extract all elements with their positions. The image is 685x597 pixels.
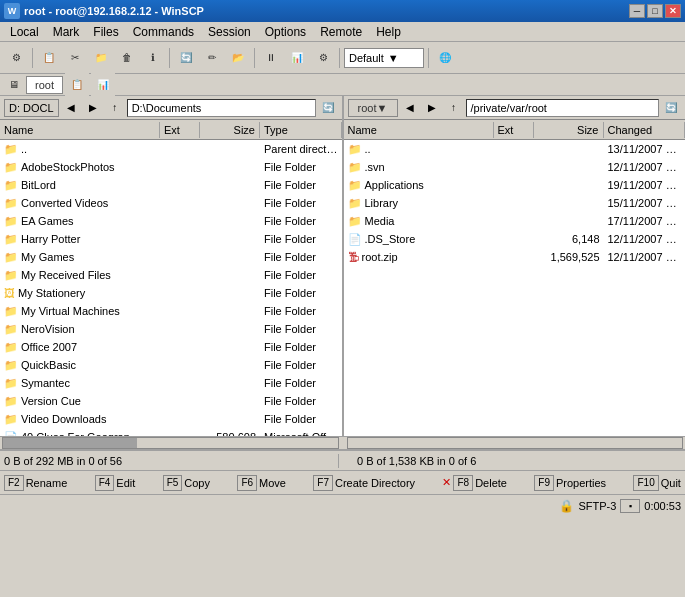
shortcut-edit[interactable]: F4 Edit xyxy=(95,475,136,491)
f6-key: F6 xyxy=(237,475,257,491)
tb-move-btn[interactable]: ✂ xyxy=(63,46,87,70)
rename-label: Rename xyxy=(26,477,68,489)
lock-icon: 🔒 xyxy=(559,499,574,513)
remote-col-ext[interactable]: Ext xyxy=(494,122,534,138)
menu-local[interactable]: Local xyxy=(4,23,45,41)
remote-path-input[interactable]: /private/var/root xyxy=(466,99,660,117)
list-item[interactable]: 📁 BitLord File Folder xyxy=(0,176,342,194)
list-item-received-files[interactable]: 📁 My Received Files File Folder xyxy=(0,266,342,284)
list-item[interactable]: 📁 Version Cue File Folder xyxy=(0,392,342,410)
list-item[interactable]: 📁 NeroVision File Folder xyxy=(0,320,342,338)
list-item[interactable]: 📄 40 Clues For Geograp... 580,608 Micros… xyxy=(0,428,342,436)
title-bar: W root - root@192.168.2.12 - WinSCP ─ □ … xyxy=(0,0,685,22)
list-item[interactable]: 📁 EA Games File Folder xyxy=(0,212,342,230)
menu-remote[interactable]: Remote xyxy=(314,23,368,41)
file-icon: 📄 xyxy=(348,233,362,246)
close-button[interactable]: ✕ xyxy=(665,4,681,18)
session-btn2[interactable]: 📋 xyxy=(65,73,89,97)
new-session-btn[interactable]: 🖥 xyxy=(4,76,24,94)
local-file-list[interactable]: 📁 .. Parent directory 📁 AdobeStockPhotos… xyxy=(0,140,342,436)
shortcut-quit[interactable]: F10 Quit xyxy=(633,475,680,491)
tb-log-btn[interactable]: 📊 xyxy=(285,46,309,70)
menu-session[interactable]: Session xyxy=(202,23,257,41)
list-item[interactable]: 📁 Library 15/11/2007 3:3... xyxy=(344,194,686,212)
local-nav-fwd[interactable]: ▶ xyxy=(83,99,103,117)
maximize-button[interactable]: □ xyxy=(647,4,663,18)
local-drive-label[interactable]: D: DOCL xyxy=(4,99,59,117)
shortcut-rename[interactable]: F2 Rename xyxy=(4,475,67,491)
list-item-stationery[interactable]: 🖼 My Stationery File Folder xyxy=(0,284,342,302)
local-col-size[interactable]: Size xyxy=(200,122,260,138)
list-item[interactable]: 📁 Media 17/11/2007 4:0... xyxy=(344,212,686,230)
tb-sync-btn[interactable]: ⚙ xyxy=(4,46,28,70)
list-item[interactable]: 📁 Video Downloads File Folder xyxy=(0,410,342,428)
tb-refresh-btn[interactable]: 🔄 xyxy=(174,46,198,70)
remote-row-parent[interactable]: 📁 .. 13/11/2007 7:3... xyxy=(344,140,686,158)
list-item[interactable]: 📁 Symantec File Folder xyxy=(0,374,342,392)
main-toolbar: ⚙ 📋 ✂ 📁 🗑 ℹ 🔄 ✏ 📂 ⏸ 📊 ⚙ Default ▼ 🌐 xyxy=(0,42,685,74)
list-item[interactable]: 📁 AdobeStockPhotos File Folder xyxy=(0,158,342,176)
connection-bar: 🔒 SFTP-3 ▪ 0:00:53 xyxy=(0,494,685,516)
session-tab[interactable]: root xyxy=(26,76,63,94)
remote-drive-btn[interactable]: root ▼ xyxy=(348,99,398,117)
list-item[interactable]: 📁 QuickBasic File Folder xyxy=(0,356,342,374)
local-nav-up[interactable]: ↑ xyxy=(105,99,125,117)
theme-dropdown[interactable]: Default ▼ xyxy=(344,48,424,68)
local-nav-back[interactable]: ◀ xyxy=(61,99,81,117)
shortcut-move[interactable]: F6 Move xyxy=(237,475,286,491)
tb-queue-btn[interactable]: ⏸ xyxy=(259,46,283,70)
list-item[interactable]: 📁 Harry Potter File Folder xyxy=(0,230,342,248)
menu-commands[interactable]: Commands xyxy=(127,23,200,41)
remote-col-size[interactable]: Size xyxy=(534,122,604,138)
tb-mkdir-btn[interactable]: 📁 xyxy=(89,46,113,70)
shortcut-delete[interactable]: ✕ F8 Delete xyxy=(442,475,506,491)
tb-props-btn[interactable]: ℹ xyxy=(141,46,165,70)
local-col-name[interactable]: Name xyxy=(0,122,160,138)
list-item[interactable]: 📁 Converted Videos File Folder xyxy=(0,194,342,212)
list-item-office[interactable]: 📁 Office 2007 File Folder xyxy=(0,338,342,356)
local-status: 0 B of 292 MB in 0 of 56 xyxy=(4,455,328,467)
menu-mark[interactable]: Mark xyxy=(47,23,86,41)
status-bar: 0 B of 292 MB in 0 of 56 0 B of 1,538 KB… xyxy=(0,450,685,470)
list-item[interactable]: 📁 .svn 12/11/2007 10:... xyxy=(344,158,686,176)
remote-column-header: Name Ext Size Changed xyxy=(344,120,686,140)
menu-options[interactable]: Options xyxy=(259,23,312,41)
copy-label: Copy xyxy=(184,477,210,489)
remote-refresh[interactable]: 🔄 xyxy=(661,99,681,117)
remote-col-name[interactable]: Name xyxy=(344,122,494,138)
toolbar-separator-1 xyxy=(32,48,33,68)
tb-copy-btn[interactable]: 📋 xyxy=(37,46,61,70)
tb-delete-btn[interactable]: 🗑 xyxy=(115,46,139,70)
minimize-button[interactable]: ─ xyxy=(629,4,645,18)
tb-edit-btn[interactable]: ✏ xyxy=(200,46,224,70)
list-item[interactable]: 📁 My Virtual Machines File Folder xyxy=(0,302,342,320)
local-refresh[interactable]: 🔄 xyxy=(318,99,338,117)
remote-col-changed[interactable]: Changed xyxy=(604,122,686,138)
session-btn3[interactable]: 📊 xyxy=(91,73,115,97)
shortcut-copy[interactable]: F5 Copy xyxy=(163,475,210,491)
toolbar-separator-3 xyxy=(254,48,255,68)
local-col-ext[interactable]: Ext xyxy=(160,122,200,138)
folder-icon: 📁 xyxy=(4,161,18,174)
tb-connect-btn[interactable]: 🌐 xyxy=(433,46,457,70)
tb-open-btn[interactable]: 📂 xyxy=(226,46,250,70)
remote-nav-up[interactable]: ↑ xyxy=(444,99,464,117)
local-row-parent[interactable]: 📁 .. Parent directory xyxy=(0,140,342,158)
tb-settings-btn[interactable]: ⚙ xyxy=(311,46,335,70)
list-item-applications[interactable]: 📁 Applications 19/11/2007 7:4... xyxy=(344,176,686,194)
remote-file-list[interactable]: 📁 .. 13/11/2007 7:3... 📁 .svn 12/11/2007… xyxy=(344,140,686,436)
shortcut-properties[interactable]: F9 Properties xyxy=(534,475,606,491)
remote-nav-fwd[interactable]: ▶ xyxy=(422,99,442,117)
list-item-dsstore[interactable]: 📄 .DS_Store 6,148 12/11/2007 10:... xyxy=(344,230,686,248)
list-item-rootzip[interactable]: 🗜 root.zip 1,569,525 12/11/2007 10:... xyxy=(344,248,686,266)
menu-help[interactable]: Help xyxy=(370,23,407,41)
local-path-input[interactable]: D:\Documents xyxy=(127,99,316,117)
f4-key: F4 xyxy=(95,475,115,491)
list-item[interactable]: 📁 My Games File Folder xyxy=(0,248,342,266)
local-col-type[interactable]: Type xyxy=(260,122,342,138)
shortcut-mkdir[interactable]: F7 Create Directory xyxy=(313,475,415,491)
parent-dir-icon: 📁 xyxy=(348,143,362,156)
menu-files[interactable]: Files xyxy=(87,23,124,41)
remote-nav-back[interactable]: ◀ xyxy=(400,99,420,117)
f9-key: F9 xyxy=(534,475,554,491)
